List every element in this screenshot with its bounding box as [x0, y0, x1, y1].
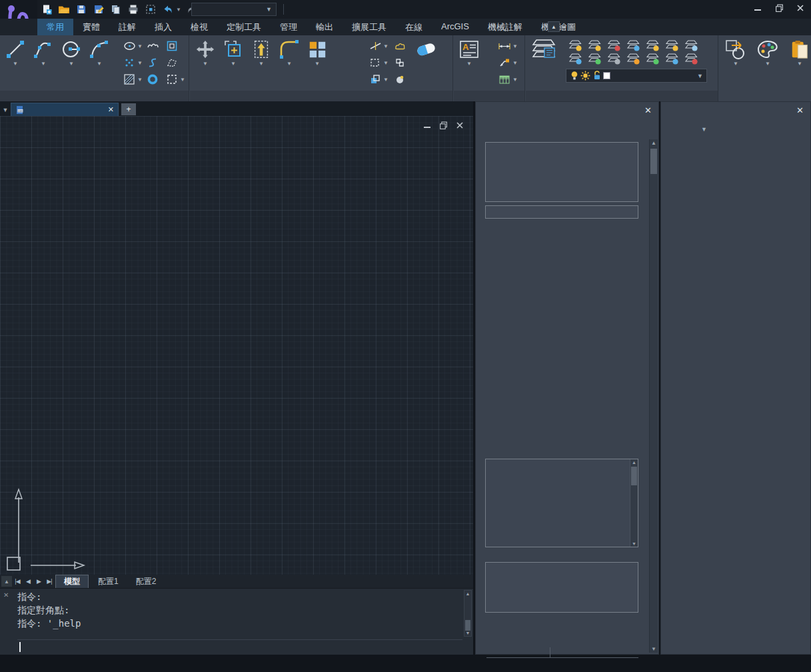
- donut-button[interactable]: [146, 73, 159, 86]
- layout-tab-配置2[interactable]: 配置2: [128, 575, 165, 588]
- minimize-button[interactable]: [752, 3, 763, 13]
- panel-label-draw[interactable]: [0, 91, 189, 101]
- stretch-button[interactable]: ▼: [247, 37, 275, 67]
- ribbon-tab-10[interactable]: 在線: [396, 19, 432, 35]
- layout-tab-配置1[interactable]: 配置1: [90, 575, 127, 588]
- region-button[interactable]: ▼: [165, 73, 185, 86]
- layer-delete-icon[interactable]: [682, 52, 701, 65]
- save-as-icon[interactable]: [92, 3, 105, 16]
- table-button[interactable]: ▼: [498, 73, 518, 86]
- calculator-close-icon[interactable]: ✕: [644, 105, 652, 115]
- unit-type-value[interactable]: [550, 647, 558, 657]
- ribbon-collapse-button[interactable]: ▲: [548, 21, 560, 32]
- layer-match-icon[interactable]: [585, 52, 604, 65]
- layer-properties-button[interactable]: [527, 37, 560, 61]
- layer-isolate-icon[interactable]: [643, 39, 662, 52]
- variables-tree[interactable]: ▲ ▼: [485, 459, 638, 547]
- save-icon[interactable]: [75, 3, 88, 16]
- layer-on-icon[interactable]: [585, 39, 604, 52]
- command-line-window[interactable]: ✕ 指令:指定對角點:指令: '_help ▲ ▼: [0, 588, 473, 655]
- properties-close-icon[interactable]: ✕: [796, 105, 804, 115]
- erase-button[interactable]: [412, 37, 440, 61]
- ribbon-tab-9[interactable]: 擴展工具: [343, 19, 396, 35]
- wipeout-button[interactable]: [165, 56, 185, 69]
- copy-sheet-icon[interactable]: [109, 3, 123, 16]
- copy-button[interactable]: ▼: [219, 37, 247, 67]
- ribbon-tab-5[interactable]: 檢視: [181, 19, 217, 35]
- revcloud-button[interactable]: [146, 39, 159, 53]
- next-layout-button[interactable]: ▶: [33, 578, 44, 585]
- undo-dropdown-icon[interactable]: ▼: [176, 7, 181, 13]
- print-icon[interactable]: [127, 3, 140, 16]
- ribbon-tab-1[interactable]: 常用: [37, 19, 73, 35]
- clipboard-button[interactable]: ▼: [786, 37, 811, 67]
- layer-previous-icon[interactable]: [604, 52, 624, 65]
- spline-button[interactable]: [146, 56, 159, 69]
- box-select-button[interactable]: ▼: [369, 56, 389, 69]
- layout-tab-模型[interactable]: 模型: [55, 575, 89, 589]
- block-button[interactable]: ▼: [722, 37, 750, 67]
- arc-button[interactable]: ▼: [85, 37, 113, 67]
- layer-down-icon[interactable]: [566, 52, 585, 65]
- new-document-button[interactable]: +: [121, 103, 136, 115]
- prev-layout-button[interactable]: ◀: [23, 578, 33, 585]
- layer-state-icon[interactable]: [662, 52, 682, 65]
- points-button[interactable]: ▼: [123, 56, 143, 69]
- ribbon-tab-6[interactable]: 定制工具: [217, 19, 271, 35]
- calculator-input-field[interactable]: [485, 205, 638, 219]
- ribbon-tab-2[interactable]: 實體: [73, 19, 109, 35]
- hatch-button[interactable]: ▼: [123, 73, 143, 86]
- unit-type-header[interactable]: [486, 647, 550, 657]
- calculator-scrollbar[interactable]: ▲ ▼: [649, 139, 658, 653]
- fillet-button[interactable]: ▼: [275, 37, 303, 67]
- ribbon-tab-12[interactable]: 機械註解: [478, 19, 532, 35]
- frame-select-icon[interactable]: [144, 3, 157, 16]
- panel-label-annotate[interactable]: [454, 91, 524, 101]
- rect-array-button[interactable]: ▼: [303, 37, 331, 67]
- move-button[interactable]: ▼: [191, 37, 219, 67]
- drawing-canvas[interactable]: [0, 116, 473, 575]
- document-tab[interactable]: DWG ✕: [11, 103, 119, 116]
- command-scrollbar[interactable]: ▲ ▼: [464, 590, 472, 637]
- doc-close-button[interactable]: [456, 121, 464, 130]
- polyline-button[interactable]: ▼: [29, 37, 57, 67]
- circle-button[interactable]: ▼: [57, 37, 85, 67]
- ribbon-tab-7[interactable]: 管理: [271, 19, 307, 35]
- point-style-button[interactable]: [393, 73, 406, 86]
- command-close-icon[interactable]: ✕: [3, 591, 9, 599]
- chevron-down-icon[interactable]: ▼: [701, 126, 707, 133]
- layer-thaw-icon[interactable]: [662, 39, 682, 52]
- ribbon-tab-4[interactable]: 插入: [145, 19, 181, 35]
- panel-label-modify[interactable]: [190, 91, 452, 101]
- join-button[interactable]: [393, 56, 406, 69]
- first-layout-button[interactable]: |◀: [12, 578, 23, 585]
- layer-merge-icon[interactable]: [643, 52, 662, 65]
- restore-button[interactable]: [774, 3, 784, 13]
- ellipse-button[interactable]: ▼: [123, 39, 143, 53]
- layer-lock-icon[interactable]: [624, 39, 643, 52]
- layer-freeze-icon[interactable]: [604, 39, 624, 52]
- layer-new-icon[interactable]: [624, 52, 643, 65]
- document-list-dropdown[interactable]: ▼: [0, 104, 11, 116]
- doc-minimize-button[interactable]: [423, 121, 431, 130]
- open-file-icon[interactable]: [57, 3, 71, 16]
- variables-scrollbar[interactable]: ▲ ▼: [630, 459, 638, 547]
- layer-walk-icon[interactable]: [682, 39, 701, 52]
- ribbon-tab-8[interactable]: 輸出: [307, 19, 343, 35]
- revcloud-small-button[interactable]: [393, 39, 406, 53]
- layer-off-icon[interactable]: [566, 39, 585, 52]
- undo-icon[interactable]: [161, 3, 175, 16]
- leader-button[interactable]: ▼: [498, 56, 518, 69]
- workspace-dropdown[interactable]: ▼: [191, 3, 277, 16]
- properties-button[interactable]: ▼: [754, 37, 782, 67]
- doc-restore-button[interactable]: [439, 121, 448, 130]
- calculator-history-box[interactable]: [485, 142, 638, 202]
- line-button[interactable]: ▼: [1, 37, 29, 67]
- command-input[interactable]: [17, 639, 462, 654]
- ribbon-tab-3[interactable]: 註解: [109, 19, 145, 35]
- dimension-button[interactable]: ▼: [498, 39, 518, 53]
- command-expand-button[interactable]: ▲: [1, 576, 12, 587]
- rectangle-button[interactable]: [165, 39, 185, 53]
- document-close-icon[interactable]: ✕: [108, 105, 114, 114]
- last-layout-button[interactable]: ▶|: [44, 578, 55, 585]
